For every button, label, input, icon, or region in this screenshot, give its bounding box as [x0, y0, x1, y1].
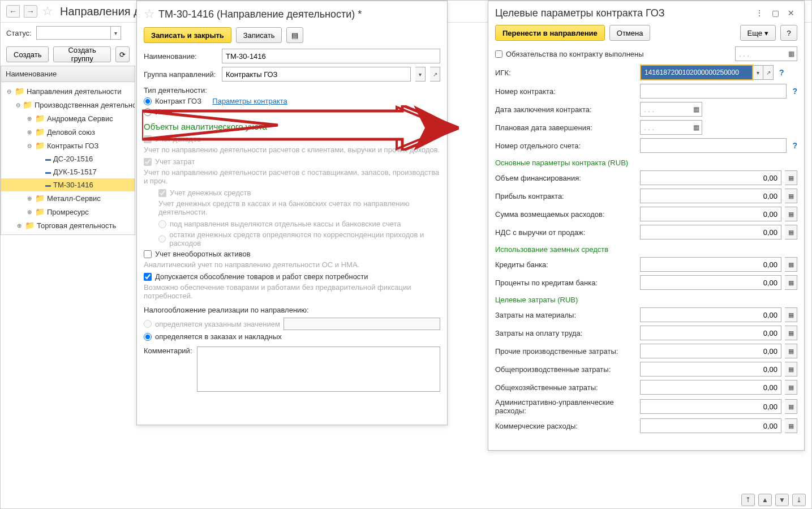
general-input[interactable]	[640, 380, 781, 395]
transfer-button[interactable]: Перенести в направление	[495, 25, 605, 41]
igk-input[interactable]	[640, 65, 753, 80]
tree-expand-icon[interactable]: ⊖	[16, 102, 20, 108]
tree-expand-icon[interactable]: ⊖	[26, 143, 33, 149]
account-input[interactable]	[640, 138, 787, 153]
calc-icon[interactable]: ▦	[785, 399, 797, 414]
interest-input[interactable]	[640, 275, 781, 290]
scroll-bottom-icon[interactable]: ⤓	[792, 494, 806, 506]
tree-item[interactable]: ⊖📁Направления деятельности	[1, 84, 135, 98]
refresh-button[interactable]: ⟳	[115, 46, 130, 62]
refund-input[interactable]	[640, 207, 781, 221]
tree-expand-icon[interactable]: ⊕	[26, 195, 33, 202]
group-input[interactable]	[222, 67, 411, 82]
materials-input[interactable]	[640, 307, 781, 322]
calc-icon[interactable]: ▦	[785, 225, 797, 239]
tree-item[interactable]: ⊖📁Контракты ГОЗ	[1, 139, 135, 152]
tree-expand-icon[interactable]: ⊕	[26, 209, 33, 215]
plan-date[interactable]: . . .▦	[640, 120, 702, 135]
status-combo[interactable]: ▾	[36, 26, 121, 40]
form-star-icon[interactable]: ☆	[144, 7, 155, 22]
tree-item[interactable]: ⊕📁Промресурс	[1, 205, 135, 219]
profit-input[interactable]	[640, 189, 781, 203]
params-link[interactable]: Параметры контракта	[212, 97, 287, 105]
calc-icon[interactable]: ▦	[785, 275, 797, 290]
maximize-icon[interactable]: ▢	[769, 7, 781, 19]
admin-input[interactable]	[640, 399, 781, 414]
name-input[interactable]	[222, 49, 440, 63]
more-menu-icon[interactable]: ⋮	[753, 7, 766, 19]
chevron-down-icon[interactable]: ▾	[753, 65, 763, 80]
scroll-down-icon[interactable]: ▼	[775, 494, 789, 506]
more-button[interactable]: Еще ▾	[740, 25, 776, 41]
overhead-input[interactable]	[640, 362, 781, 377]
create-button[interactable]: Создать	[6, 46, 49, 62]
chevron-down-icon[interactable]: ▾	[415, 67, 426, 82]
tree-item[interactable]: ⊕📁Андромеда Сервис	[1, 112, 135, 125]
sec-main: Основные параметры контракта (RUB)	[495, 159, 797, 167]
tree-panel: Наименование ⊖📁Направления деятельности⊖…	[1, 66, 135, 235]
chk-obligations[interactable]	[495, 50, 502, 58]
tree-item[interactable]: ⊕📁Деловой союз	[1, 125, 135, 139]
calc-icon[interactable]: ▦	[785, 418, 797, 433]
calc-icon[interactable]: ▦	[785, 207, 797, 221]
tree-item[interactable]: ▬ДС-20-1516	[1, 152, 135, 165]
other-prod-input[interactable]	[640, 344, 781, 358]
scroll-up-icon[interactable]: ▲	[758, 494, 772, 506]
calc-icon[interactable]: ▦	[785, 326, 797, 340]
contract-params-form: Целевые параметры контракта ГОЗ ⋮ ▢ ✕ Пе…	[488, 1, 805, 451]
form-title: ТМ-30-1416 (Направление деятельности) *	[158, 8, 362, 20]
save-close-button[interactable]: Записать и закрыть	[144, 27, 231, 43]
tree-expand-icon[interactable]: ⊖	[6, 88, 12, 95]
close-icon[interactable]: ✕	[785, 7, 797, 19]
save-button[interactable]: Записать	[236, 27, 282, 43]
radio-tax2[interactable]	[144, 333, 152, 341]
costs-desc: Учет по направлению деятельности расчето…	[144, 168, 440, 185]
contract-num-input[interactable]	[640, 84, 787, 99]
tree-item[interactable]: ⊖📁Производственная деятельность	[1, 98, 135, 112]
calc-icon[interactable]: ▦	[785, 170, 797, 185]
tree-item[interactable]: ⊕📁Торговая деятельность	[1, 219, 135, 232]
calc-icon[interactable]: ▦	[785, 257, 797, 272]
favorite-star-icon[interactable]: ☆	[42, 4, 53, 19]
create-group-button[interactable]: Создать группу	[53, 46, 111, 62]
help-icon[interactable]: ?	[792, 141, 797, 150]
radio-tax1	[144, 320, 152, 328]
help-icon[interactable]: ?	[779, 68, 784, 77]
tree-item-label: Контракты ГОЗ	[47, 142, 98, 150]
finance-input[interactable]	[640, 170, 781, 185]
tree-expand-icon[interactable]: ⊕	[16, 223, 23, 229]
nav-back-button[interactable]: ←	[6, 5, 20, 18]
chk-separation[interactable]	[144, 273, 152, 281]
vat-input[interactable]	[640, 225, 781, 239]
tree-item[interactable]: ⊕📁Металл-Сервис	[1, 191, 135, 205]
nav-forward-button[interactable]: →	[24, 5, 37, 18]
tree-item-label: Андромеда Сервис	[47, 114, 113, 123]
calc-icon[interactable]: ▦	[785, 380, 797, 395]
comment-textarea[interactable]	[197, 347, 441, 392]
chevron-down-icon[interactable]: ▾	[110, 27, 121, 39]
chk-fixed[interactable]	[144, 250, 152, 258]
help-icon[interactable]: ?	[792, 87, 797, 96]
calc-icon[interactable]: ▦	[785, 307, 797, 322]
labor-input[interactable]	[640, 326, 781, 340]
tree-expand-icon[interactable]: ⊕	[26, 129, 33, 135]
open-ext-icon[interactable]: ↗	[763, 65, 774, 80]
tree-expand-icon[interactable]: ⊕	[26, 116, 33, 122]
calc-icon[interactable]: ▦	[785, 344, 797, 358]
contract-date[interactable]: . . .▦	[640, 102, 702, 117]
tree-item[interactable]: ▬ДУК-15-1517	[1, 165, 135, 178]
calc-icon[interactable]: ▦	[785, 189, 797, 203]
credits-input[interactable]	[640, 257, 781, 272]
open-ext-icon[interactable]: ↗	[430, 67, 440, 82]
help-button[interactable]: ?	[780, 25, 797, 41]
commercial-input[interactable]	[640, 418, 781, 433]
obligations-date[interactable]: . . .▦	[735, 46, 797, 61]
list-icon-button[interactable]: ▤	[286, 27, 303, 43]
radio-other[interactable]	[144, 108, 152, 116]
item-icon: ▬	[45, 169, 51, 175]
scroll-top-icon[interactable]: ⤒	[741, 494, 755, 506]
cancel-button[interactable]: Отмена	[609, 25, 651, 41]
radio-goz[interactable]	[144, 97, 152, 105]
tree-item[interactable]: ▬ТМ-30-1416	[1, 178, 135, 191]
calc-icon[interactable]: ▦	[785, 362, 797, 377]
